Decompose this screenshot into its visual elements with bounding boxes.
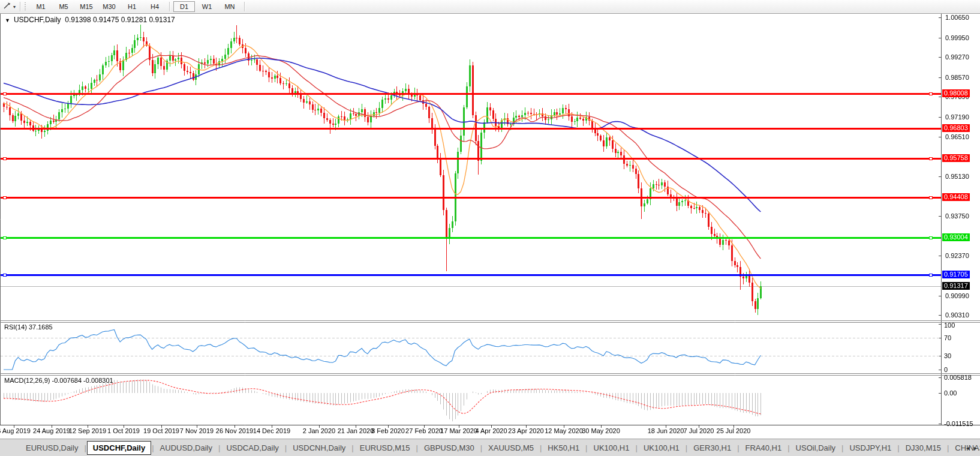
- tab-usdchf-daily[interactable]: USDCHF,Daily: [87, 441, 151, 455]
- mt4-window: ▾ M1M5M15M30H1H4D1W1MN ▼USDCHF,Daily 0.9…: [0, 0, 980, 456]
- tab-divider: |: [585, 443, 587, 452]
- tab-scroll-left-button[interactable]: ◄: [965, 445, 970, 451]
- chart-title-ohlc: ▼USDCHF,Daily 0.91398 0.91475 0.91281 0.…: [5, 16, 175, 24]
- price-tick-label: 0.98570: [945, 74, 969, 82]
- timeframe-button-m15[interactable]: M15: [76, 1, 97, 12]
- symbol-period-label: USDCHF,Daily: [14, 16, 61, 24]
- price-tick-label: 0.93750: [945, 212, 969, 220]
- ohlc-values: 0.91398 0.91475 0.91281 0.91317: [65, 16, 175, 24]
- date-tick-label: 25 Jul 2020: [717, 427, 751, 434]
- tab-divider: |: [737, 443, 739, 452]
- price-tick-label: 1.00650: [945, 14, 969, 22]
- rsi-label: RSI(14) 37.1685: [4, 323, 53, 331]
- collapse-triangle-icon[interactable]: ▼: [5, 17, 10, 23]
- timeframe-button-h1[interactable]: H1: [121, 1, 143, 12]
- draw-tool-button[interactable]: ▾: [2, 1, 17, 13]
- hline-price-label: 0.96803: [942, 124, 970, 132]
- toolbar-grip[interactable]: [25, 2, 26, 11]
- date-tick-label: 14 Dec 2019: [253, 427, 290, 434]
- price-tick-label: 0.90310: [945, 311, 969, 319]
- macd-scale-label: -0.011515: [944, 420, 973, 428]
- price-tick-label: 0.90990: [945, 292, 969, 300]
- tab-usdjpy-h1[interactable]: USDJPY,H1: [844, 441, 897, 455]
- price-tick-label: 0.97190: [945, 113, 969, 121]
- date-tick-label: 19 Oct 2019: [143, 427, 179, 434]
- chart-canvas[interactable]: [0, 0, 980, 456]
- price-tick-label: 0.95130: [945, 173, 969, 181]
- macd-label: MACD(12,26,9) -0.007684 -0.008301: [4, 377, 113, 384]
- date-tick-label: 26 Nov 2019: [216, 427, 253, 434]
- timeframe-button-mn[interactable]: MN: [219, 1, 241, 12]
- hline-price-label: 0.93004: [942, 233, 970, 241]
- rsi-scale-label: 70: [944, 334, 951, 342]
- toolbar: ▾ M1M5M15M30H1H4D1W1MN: [0, 0, 980, 14]
- pencil-line-icon: [3, 1, 11, 12]
- tab-eurusd-m15[interactable]: EURUSD,M15: [354, 441, 416, 455]
- date-tick-label: 7 Jul 2020: [684, 427, 714, 434]
- tab-divider: |: [947, 443, 949, 452]
- tab-divider: |: [635, 443, 637, 452]
- tab-hk50-h1[interactable]: HK50,H1: [542, 441, 585, 455]
- timeframe-button-m5[interactable]: M5: [53, 1, 74, 12]
- tab-divider: |: [152, 443, 154, 452]
- tab-divider: |: [787, 443, 789, 452]
- timeframe-button-w1[interactable]: W1: [196, 1, 218, 12]
- tab-scroll-arrows: ◄ ►: [965, 445, 978, 451]
- tab-divider: |: [841, 443, 843, 452]
- date-tick-label: 30 May 2020: [582, 427, 620, 434]
- macd-scale-label: 0.005818: [944, 374, 972, 382]
- hline-price-label: 0.91705: [942, 271, 970, 278]
- tab-usdcad-daily[interactable]: USDCAD,Daily: [221, 441, 284, 455]
- hline-price-label: 0.98008: [942, 89, 970, 97]
- date-tick-label: 23 Apr 2020: [508, 427, 543, 434]
- tab-usoil-daily[interactable]: USOil,Daily: [790, 441, 841, 455]
- date-tick-label: 12 Sep 2019: [69, 427, 106, 434]
- timeframe-button-group: M1M5M15M30H1H4D1W1MN: [29, 1, 248, 12]
- tab-dj30-m15[interactable]: DJ30,M15: [900, 441, 946, 455]
- price-tick-label: 0.92370: [945, 252, 969, 260]
- macd-scale-label: 0.00: [944, 389, 957, 397]
- toolbar-separator: [244, 2, 245, 11]
- date-tick-label: 24 Aug 2019: [33, 427, 70, 434]
- tab-divider: |: [218, 443, 220, 452]
- timeframe-button-m30[interactable]: M30: [98, 1, 120, 12]
- tab-scroll-right-button[interactable]: ►: [973, 445, 978, 451]
- price-tick-label: 0.99950: [945, 34, 969, 42]
- date-tick-label: 12 May 2020: [545, 427, 583, 434]
- current-price-label: 0.91317: [942, 282, 970, 290]
- tab-divider: |: [686, 443, 687, 452]
- tab-ger30-h1[interactable]: GER30,H1: [688, 441, 736, 455]
- date-tick-label: 21 Jan 2020: [338, 427, 374, 434]
- timeframe-button-m1[interactable]: M1: [30, 1, 52, 12]
- tab-uk100-h1[interactable]: UK100,H1: [588, 441, 635, 455]
- date-tick-label: 6 Aug 2019: [0, 427, 31, 434]
- hline-price-label: 0.95758: [942, 154, 970, 162]
- chevron-down-icon: ▾: [13, 4, 16, 10]
- tab-fra40-h1[interactable]: FRA40,H1: [740, 441, 787, 455]
- tab-divider: |: [351, 443, 353, 452]
- rsi-scale-label: 0: [944, 366, 948, 374]
- date-tick-label: 18 Jun 2020: [648, 427, 684, 434]
- tab-gbpusd-m30[interactable]: GBPUSD,M30: [419, 441, 480, 455]
- toolbar-separator: [169, 2, 170, 11]
- timeframe-button-h4[interactable]: H4: [144, 1, 166, 12]
- tab-eurusd-daily[interactable]: EURUSD,Daily: [20, 441, 83, 455]
- date-tick-label: 27 Feb 2020: [405, 427, 443, 434]
- tab-uk100-h1[interactable]: UK100,H1: [638, 441, 685, 455]
- rsi-scale-label: 100: [944, 322, 955, 329]
- tab-usdcnh-daily[interactable]: USDCNH,Daily: [287, 441, 351, 455]
- date-tick-label: 17 Mar 2020: [440, 427, 477, 434]
- tab-divider: |: [480, 443, 482, 452]
- date-tick-label: 8 Feb 2020: [371, 427, 405, 434]
- tab-divider: |: [540, 443, 542, 452]
- tab-divider: |: [897, 443, 899, 452]
- hline-price-label: 0.94408: [942, 193, 970, 201]
- date-tick-label: 1 Oct 2019: [107, 427, 140, 434]
- tab-xauusd-m5[interactable]: XAUUSD,M5: [483, 441, 539, 455]
- tab-divider: |: [84, 443, 86, 452]
- tab-audusd-daily[interactable]: AUDUSD,Daily: [155, 441, 218, 455]
- tab-divider: |: [285, 443, 287, 452]
- date-tick-label: 7 Nov 2019: [180, 427, 214, 434]
- timeframe-button-d1[interactable]: D1: [173, 1, 195, 12]
- tab-divider: |: [416, 443, 418, 452]
